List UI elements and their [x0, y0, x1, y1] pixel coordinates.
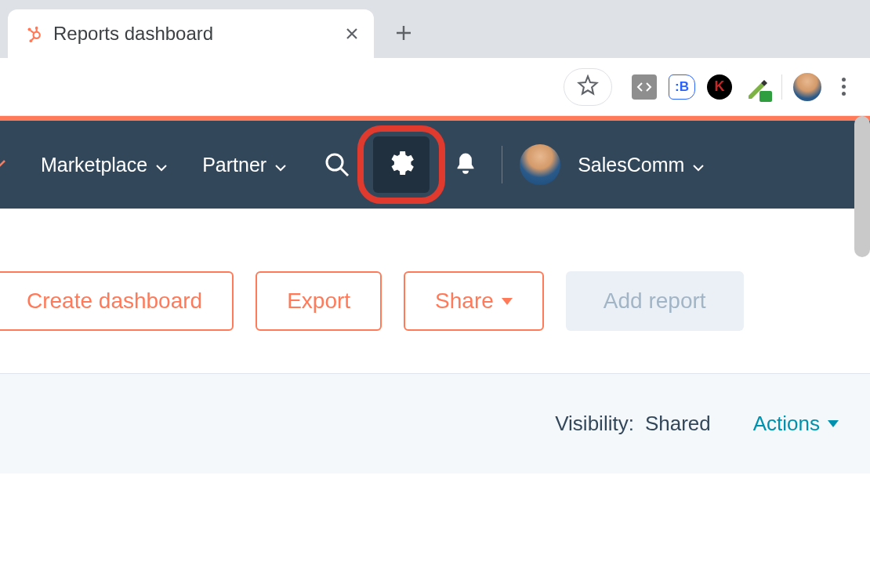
nav-label: Marketplace: [41, 154, 147, 176]
nav-partner[interactable]: Partner: [202, 154, 287, 176]
actions-label: Actions: [753, 412, 820, 436]
button-label: Add report: [604, 289, 706, 314]
chevron-down-icon[interactable]: [0, 158, 6, 172]
svg-line-2: [31, 31, 34, 34]
code-ext-icon[interactable]: [631, 74, 658, 100]
tab-title: Reports dashboard: [53, 23, 333, 45]
browser-tab-strip: Reports dashboard: [0, 0, 870, 58]
chevron-down-icon: [692, 154, 705, 176]
svg-point-6: [30, 39, 33, 42]
caret-down-icon: [828, 420, 839, 427]
add-report-button[interactable]: Add report: [566, 271, 744, 331]
svg-line-8: [341, 169, 348, 176]
scrollbar[interactable]: [854, 116, 870, 257]
button-label: Share: [435, 289, 494, 314]
address-bar-end[interactable]: [564, 68, 612, 106]
create-dashboard-button[interactable]: Create dashboard: [0, 271, 234, 331]
browser-menu-icon[interactable]: [832, 76, 854, 98]
chevron-down-icon: [274, 154, 287, 176]
nav-label: Partner: [202, 154, 266, 176]
svg-point-4: [35, 27, 38, 30]
caret-down-icon: [502, 298, 513, 305]
profile-avatar[interactable]: [793, 73, 821, 101]
browser-toolbar: :B K: [0, 58, 870, 116]
visibility-row: Visibility: Shared Actions: [31, 412, 839, 436]
actions-dropdown[interactable]: Actions: [753, 412, 839, 436]
star-icon[interactable]: [577, 74, 599, 100]
chevron-down-icon: [155, 154, 168, 176]
account-switcher[interactable]: SalesComm: [578, 154, 705, 176]
visibility-label: Visibility:: [555, 412, 634, 436]
main-nav: Marketplace Partner SalesComm: [0, 121, 870, 209]
close-icon[interactable]: [344, 26, 360, 42]
visibility-value: Shared: [645, 412, 711, 436]
blue-ext-icon[interactable]: :B: [669, 74, 695, 100]
dashboard-actions: Create dashboard Export Share Add report: [0, 209, 870, 374]
nav-marketplace[interactable]: Marketplace: [41, 154, 168, 176]
notifications-icon[interactable]: [447, 146, 484, 183]
k-ext-icon[interactable]: K: [706, 74, 733, 100]
toolbar-divider: [781, 74, 782, 100]
dashboard-content: Visibility: Shared Actions: [0, 374, 870, 474]
export-button[interactable]: Export: [256, 271, 382, 331]
search-icon[interactable]: [318, 146, 356, 183]
nav-divider: [502, 146, 502, 183]
button-label: Export: [287, 289, 350, 314]
hubspot-icon: [25, 25, 42, 42]
svg-line-5: [31, 38, 34, 41]
share-button[interactable]: Share: [404, 271, 544, 331]
account-name: SalesComm: [578, 154, 684, 176]
gear-icon: [386, 147, 417, 182]
browser-tab[interactable]: Reports dashboard: [8, 9, 374, 58]
settings-button[interactable]: [373, 136, 430, 193]
new-tab-button[interactable]: [388, 17, 419, 49]
color-picker-ext-icon[interactable]: [744, 74, 770, 100]
svg-point-7: [327, 154, 343, 170]
user-avatar[interactable]: [520, 144, 560, 185]
button-label: Create dashboard: [27, 289, 202, 314]
